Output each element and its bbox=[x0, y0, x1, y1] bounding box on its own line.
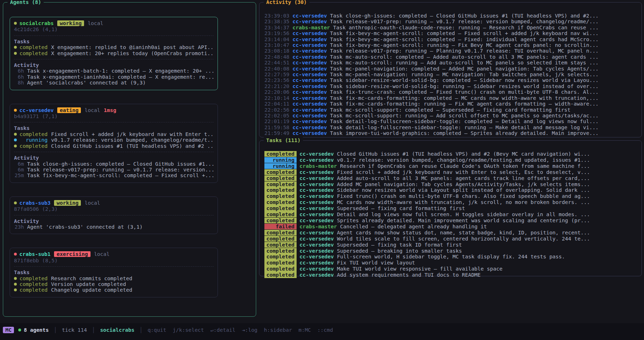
agent-task-row[interactable]: running v0.1.7 release: version bumped, … bbox=[14, 137, 214, 143]
task-list-row[interactable]: completedcc-versedev Superseded — fixing… bbox=[264, 242, 636, 248]
agent-task-row[interactable]: completed Fixed scroll + added j/k keybo… bbox=[14, 131, 214, 137]
log-agent-name: cc-versedev bbox=[293, 54, 327, 60]
agent-task-row[interactable]: completed Changelog update completed bbox=[14, 287, 214, 293]
activity-log-row[interactable]: 22:23:56 cc-versedev Task sidebar-resize… bbox=[264, 77, 636, 83]
log-agent-name: cc-versedev bbox=[293, 13, 327, 19]
task-list-row[interactable]: completedcc-versedev Detail and log view… bbox=[264, 212, 636, 217]
task-list-row[interactable]: completedcc-versedev Superseded — breaki… bbox=[264, 248, 636, 254]
agent-card[interactable]: socialcrabsworkinglocal4c21dc26 (4,1)Tas… bbox=[10, 17, 218, 90]
agent-task-row[interactable]: completed X engagement: replied to @iani… bbox=[14, 44, 214, 50]
divider: │ bbox=[92, 327, 95, 333]
activity-log-row[interactable]: 22:02:56 cc-versedev Task mc-scroll-supp… bbox=[264, 107, 636, 113]
agents-list: socialcrabsworkinglocal4c21dc26 (4,1)Tas… bbox=[10, 17, 249, 297]
activity-log-row[interactable]: 22:40:08 cc-versedev Task mc-panel-navig… bbox=[264, 66, 636, 72]
task-description: MC cards now width-aware with truncation… bbox=[337, 199, 590, 205]
activity-log-row[interactable]: 23:38:35 cc-versedev Task release-v017-p… bbox=[264, 19, 636, 24]
agent-activity-row[interactable]: 6h Task x-engagement-ianinh0ai: complete… bbox=[14, 74, 214, 80]
agent-activity-row[interactable]: 23h Agent 'crabs-sub3' connected at (3,1… bbox=[14, 224, 214, 230]
task-list-row[interactable]: completedcc-versedev MC cards now width-… bbox=[264, 199, 636, 205]
log-timestamp: 22:23:56 bbox=[264, 77, 289, 83]
activity-log-row[interactable]: 22:04:11 cc-versedev Task fix-mc-cards-f… bbox=[264, 101, 636, 107]
task-status-dot-icon bbox=[14, 277, 17, 280]
task-agent-name: cc-versedev bbox=[299, 266, 334, 272]
task-status-badge: completed bbox=[264, 193, 297, 199]
activity-log-row[interactable]: 21:59:49 cc-versedev Task improve-tui-wo… bbox=[264, 130, 636, 136]
activity-log-row[interactable]: 23:14:04 cc-versedev Task fix-bevy-mc-ag… bbox=[264, 37, 636, 42]
activity-log-row[interactable]: 23:10:47 cc-versedev Task fix-bevy-mc-ag… bbox=[264, 42, 636, 48]
task-list-row[interactable]: failedcrabs-master Cancelled — delegated… bbox=[264, 224, 636, 229]
agent-activity-row[interactable]: 25m Task fix-bevy-mc-agent-scroll: compl… bbox=[14, 173, 214, 178]
task-description: Add system requirements and TUI docs to … bbox=[337, 272, 481, 278]
task-list-row[interactable]: completedcc-versedev Agent cards now sho… bbox=[264, 230, 636, 235]
task-list-row[interactable]: completedcc-versedev Sidebar now resizes… bbox=[264, 187, 636, 193]
task-list-row[interactable]: completedcc-versedev Full-screen world, … bbox=[264, 254, 636, 259]
task-status-badge: completed bbox=[264, 181, 297, 187]
task-list-row[interactable]: completedcc-versedev Add system requirem… bbox=[264, 272, 636, 278]
agent-card[interactable]: crabs-sub1exercisinglocal871f8ebb (8,5)T… bbox=[10, 248, 218, 297]
agent-card[interactable]: cc-versedeveatinglocal1msgb4a93171 (7,1)… bbox=[10, 104, 218, 183]
agent-task-row[interactable]: completed Closed GitHub issues #1 (TUI h… bbox=[14, 143, 214, 149]
activity-log-row[interactable]: 22:27:59 cc-versedev Task mc-panel-navig… bbox=[264, 72, 636, 77]
task-list-row[interactable]: completedcc-versedev Closed GitHub issue… bbox=[264, 151, 636, 157]
task-list-row[interactable]: runningcc-versedev v0.1.7 release: versi… bbox=[264, 157, 636, 163]
task-agent-name: cc-versedev bbox=[299, 151, 334, 157]
key-hint: m:MC bbox=[298, 327, 311, 333]
task-list-row[interactable]: completedcc-versedev Added MC panel navi… bbox=[264, 181, 636, 187]
agent-msg-count: 1msg bbox=[104, 107, 116, 113]
activity-log-row[interactable]: 22:02:05 cc-versedev Task mc-scroll-supp… bbox=[264, 113, 636, 118]
log-timestamp: 21:59:49 bbox=[264, 130, 289, 136]
activity-log-row[interactable]: 22:21:20 cc-versedev Task sidebar-resize… bbox=[264, 83, 636, 89]
agent-name: socialcrabs bbox=[19, 20, 54, 26]
activity-log-row[interactable]: 21:59:58 cc-versedev Task detail-log-ful… bbox=[264, 125, 636, 130]
agent-state-badge: working bbox=[57, 20, 84, 26]
task-list-row[interactable]: completedcc-versedev World tiles scale t… bbox=[264, 236, 636, 242]
activity-log-row[interactable]: 22:01:19 cc-versedev Task detail-log-ful… bbox=[264, 118, 636, 124]
log-agent-name: cc-versedev bbox=[293, 19, 327, 24]
log-timestamp: 23:10:47 bbox=[264, 42, 289, 48]
agent-activity-row[interactable]: 6h Task x-engagement-batch-1: completed … bbox=[14, 68, 214, 74]
activity-panel-title: Activity (30) bbox=[264, 0, 309, 6]
task-description: Full-screen world, H sidebar toggle, MC … bbox=[337, 254, 565, 259]
agent-status-dot-icon bbox=[14, 22, 17, 25]
key-hint: q:quit bbox=[147, 327, 166, 333]
agent-status-dot-icon bbox=[14, 201, 17, 204]
task-list-row[interactable]: completedcc-versedev Added auto-scroll t… bbox=[264, 175, 636, 181]
log-agent-name: cc-versedev bbox=[293, 125, 327, 130]
task-list-row[interactable]: completedcc-versedev Fix TUI world view … bbox=[264, 260, 636, 266]
task-list-row[interactable]: runningcrabs-master Research if OpenCrab… bbox=[264, 163, 636, 169]
agent-id-position: 871f8ebb (8,5) bbox=[14, 258, 214, 263]
agent-task-row[interactable]: completed X engagement: 20+ replies toda… bbox=[14, 50, 214, 56]
task-agent-name: cc-versedev bbox=[299, 230, 334, 235]
task-status-badge: completed bbox=[264, 230, 297, 235]
task-list-row[interactable]: completedcc-versedev Make TUI world view… bbox=[264, 266, 636, 272]
agent-task-row[interactable]: completed Research commits completed bbox=[14, 276, 214, 281]
log-message: Task mc-panel-navigation: completed — Ad… bbox=[330, 66, 599, 72]
activity-log-row[interactable]: 22:20:06 cc-versedev Task fix-trunc-cras… bbox=[264, 89, 636, 95]
log-message: Task close-gh-issues: completed — Closed… bbox=[330, 13, 599, 19]
activity-log-row[interactable]: 23:19:56 cc-versedev Task fix-bevy-mc-ag… bbox=[264, 30, 636, 36]
task-agent-name: cc-versedev bbox=[299, 199, 334, 205]
agent-activity-row[interactable]: 6m Task close-gh-issues: completed — Clo… bbox=[14, 161, 214, 167]
task-list-row[interactable]: completedcc-versedev Fixed trunc() crash… bbox=[264, 193, 636, 199]
log-agent-name: cc-versedev bbox=[293, 89, 327, 95]
tasks-section-label: Tasks bbox=[14, 125, 214, 131]
mc-mode-badge[interactable]: MC bbox=[3, 327, 14, 333]
agent-task-row[interactable]: completed Version update completed bbox=[14, 281, 214, 287]
activity-log-row[interactable]: 23:34:37 crabs-master Task anthropic-oau… bbox=[264, 25, 636, 30]
task-list-row[interactable]: completedcc-versedev Fixed scroll + adde… bbox=[264, 169, 636, 175]
activity-log-row[interactable]: 23:08:18 cc-versedev Task release-v017-p… bbox=[264, 48, 636, 54]
log-message: Task mc-scroll-support: completed — Supe… bbox=[330, 107, 570, 113]
activity-log-row[interactable]: 22:44:51 cc-versedev Task mc-auto-scroll… bbox=[264, 60, 636, 65]
task-status-badge: completed bbox=[264, 254, 297, 259]
card-separator bbox=[14, 266, 214, 267]
agent-activity-row[interactable]: 8h Agent 'socialcrabs' connected at (9,3… bbox=[14, 80, 214, 86]
log-message: Task sidebar-resize-world-solid-bg: runn… bbox=[330, 83, 599, 89]
activity-log-row[interactable]: 22:48:48 cc-versedev Task mc-auto-scroll… bbox=[264, 54, 636, 60]
agent-card[interactable]: crabs-sub3workinglocal87fa0506 (2,3)Acti… bbox=[10, 196, 218, 234]
task-list-row[interactable]: completedcc-versedev Superseded — fixing… bbox=[264, 205, 636, 211]
log-message: Task fix-mc-cards-formatting: completed … bbox=[330, 95, 599, 101]
agent-activity-row[interactable]: 6m Task release-v017-prep: running — v0.… bbox=[14, 167, 214, 173]
activity-log-row[interactable]: 23:39:03 cc-versedev Task close-gh-issue… bbox=[264, 13, 636, 19]
activity-log-row[interactable]: 22:10:14 cc-versedev Task fix-mc-cards-f… bbox=[264, 95, 636, 101]
task-list-row[interactable]: completedcc-versedev Sprites already det… bbox=[264, 218, 636, 223]
